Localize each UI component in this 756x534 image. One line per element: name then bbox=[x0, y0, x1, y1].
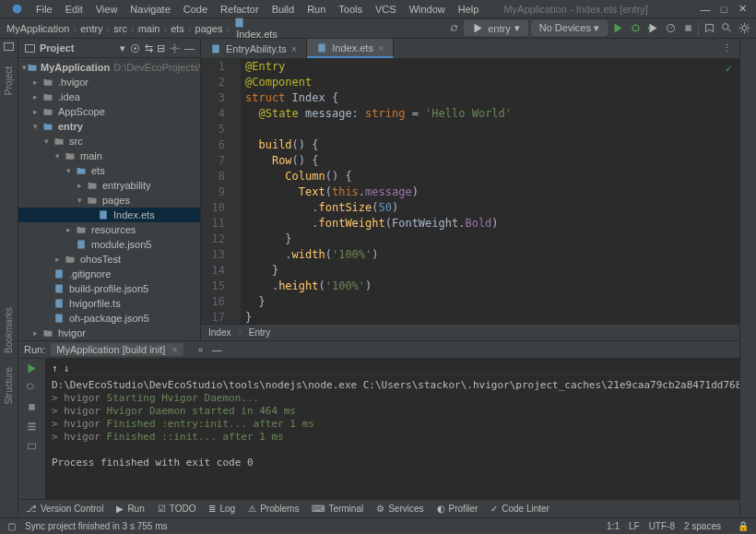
menu-help[interactable]: Help bbox=[452, 2, 486, 17]
editor-breadcrumbs[interactable]: Index›Entry bbox=[201, 324, 739, 340]
search-icon[interactable] bbox=[719, 21, 734, 36]
tree-row[interactable]: ▾MyApplicationD:\DevEcoProjects\MyApplic… bbox=[18, 60, 200, 75]
tree-row[interactable]: ▸AppScope bbox=[18, 104, 200, 119]
breadcrumb[interactable]: ets bbox=[169, 23, 186, 34]
coverage-icon[interactable] bbox=[645, 21, 660, 36]
menu-build[interactable]: Build bbox=[266, 2, 301, 17]
tree-row[interactable]: oh-package.json5 bbox=[18, 311, 200, 326]
collapse-icon[interactable]: ⊟ bbox=[157, 42, 165, 54]
run-stop-icon[interactable] bbox=[26, 401, 38, 413]
hide-icon[interactable]: — bbox=[184, 42, 195, 53]
project-tool-icon[interactable] bbox=[3, 41, 15, 53]
run-config-selector[interactable]: entry ▾ bbox=[464, 20, 527, 36]
profile-icon[interactable] bbox=[663, 21, 678, 36]
tree-row[interactable]: ▸hvigor bbox=[18, 326, 200, 340]
code-lines[interactable]: @Entry@Componentstruct Index { @State me… bbox=[242, 59, 739, 324]
project-tool-label[interactable]: Project bbox=[4, 66, 14, 95]
tree-row[interactable]: ▸entryability bbox=[18, 178, 200, 193]
stop-icon[interactable] bbox=[680, 21, 695, 36]
bookmarks-tool-label[interactable]: Bookmarks bbox=[4, 307, 14, 353]
menu-run[interactable]: Run bbox=[301, 2, 332, 17]
tab-more-icon[interactable]: ⋮ bbox=[715, 42, 739, 54]
editor-breadcrumb[interactable]: Entry bbox=[249, 327, 270, 338]
locate-icon[interactable] bbox=[129, 42, 141, 54]
status-item[interactable]: 1:1 bbox=[607, 521, 620, 531]
bottom-tab-profiler[interactable]: ◐Profiler bbox=[437, 504, 478, 514]
tree-row[interactable]: ▸.hvigor bbox=[18, 75, 200, 89]
breadcrumb[interactable]: entry bbox=[78, 23, 104, 34]
project-tree[interactable]: ▾MyApplicationD:\DevEcoProjects\MyApplic… bbox=[18, 58, 200, 340]
menu-navigate[interactable]: Navigate bbox=[124, 2, 176, 17]
editor-breadcrumb[interactable]: Index bbox=[208, 327, 230, 338]
run-icon[interactable] bbox=[610, 21, 625, 36]
fold-column[interactable] bbox=[232, 59, 242, 324]
close-button[interactable]: ✕ bbox=[733, 3, 751, 15]
run-up-icon[interactable]: ↑ bbox=[52, 362, 58, 374]
editor-tab[interactable]: EntryAbility.ts× bbox=[201, 39, 307, 58]
bottom-tab-version-control[interactable]: ⎇Version Control bbox=[26, 504, 103, 514]
menu-code[interactable]: Code bbox=[177, 2, 214, 17]
run-tab[interactable]: MyApplication [build init] × bbox=[51, 343, 183, 356]
menu-window[interactable]: Window bbox=[403, 2, 452, 17]
menu-view[interactable]: View bbox=[89, 2, 124, 17]
menu-refactor[interactable]: Refactor bbox=[214, 2, 266, 17]
tree-row[interactable]: ▸.idea bbox=[18, 89, 200, 104]
debug-icon[interactable] bbox=[628, 21, 643, 36]
bottom-tab-code-linter[interactable]: ✓Code Linter bbox=[490, 504, 549, 514]
status-item[interactable]: LF bbox=[629, 521, 640, 531]
maximize-button[interactable]: □ bbox=[715, 4, 733, 15]
code-area[interactable]: ✓ 1234567891011121314151617 @Entry@Compo… bbox=[201, 59, 739, 324]
run-settings-icon[interactable] bbox=[26, 382, 38, 394]
run-output[interactable]: ↑ ↓ D:\DevEcoStudio\DevEcoStudio\tools\n… bbox=[46, 359, 739, 499]
tree-row[interactable]: ▾ets bbox=[18, 163, 200, 178]
tree-row[interactable]: hvigorfile.ts bbox=[18, 296, 200, 311]
bottom-tab-todo[interactable]: ☑TODO bbox=[158, 504, 196, 514]
run-gear-icon[interactable] bbox=[195, 344, 207, 356]
run-print-icon[interactable] bbox=[26, 440, 38, 452]
expand-icon[interactable]: ⇆ bbox=[145, 42, 153, 54]
menu-file[interactable]: File bbox=[30, 2, 59, 17]
tree-row[interactable]: ▾pages bbox=[18, 193, 200, 208]
run-hide-icon[interactable]: — bbox=[212, 344, 222, 355]
status-item[interactable]: UTF-8 bbox=[649, 521, 675, 531]
breadcrumb[interactable]: Index.ets bbox=[231, 17, 279, 40]
bottom-tab-log[interactable]: ≣Log bbox=[208, 504, 235, 514]
breadcrumb[interactable]: pages bbox=[194, 23, 225, 34]
minimize-button[interactable]: — bbox=[696, 4, 715, 15]
tree-row[interactable]: .gitignore bbox=[18, 267, 200, 281]
close-tab-icon[interactable]: × bbox=[291, 43, 297, 54]
tree-row[interactable]: module.json5 bbox=[18, 237, 200, 252]
tree-row[interactable]: ▾main bbox=[18, 148, 200, 163]
tree-row[interactable]: ▾entry bbox=[18, 119, 200, 134]
menu-tools[interactable]: Tools bbox=[332, 2, 369, 17]
bottom-tab-services[interactable]: ⚙Services bbox=[376, 504, 423, 514]
menu-vcs[interactable]: VCS bbox=[369, 2, 403, 17]
tree-row[interactable]: build-profile.json5 bbox=[18, 281, 200, 296]
status-square-icon[interactable]: ▢ bbox=[7, 521, 16, 531]
lock-icon[interactable]: 🔒 bbox=[738, 521, 749, 531]
breadcrumb[interactable]: MyApplication bbox=[5, 23, 71, 34]
tree-row[interactable]: Index.ets bbox=[18, 208, 200, 222]
editor-tab[interactable]: Index.ets× bbox=[307, 39, 394, 58]
settings-icon[interactable] bbox=[737, 21, 751, 36]
tree-row[interactable]: ▸ohosTest bbox=[18, 252, 200, 267]
breadcrumb[interactable]: src bbox=[112, 23, 129, 34]
structure-tool-label[interactable]: Structure bbox=[4, 367, 14, 405]
run-filter-icon[interactable] bbox=[26, 421, 38, 433]
bottom-tab-terminal[interactable]: ⌨Terminal bbox=[312, 504, 363, 514]
sync-icon[interactable] bbox=[446, 21, 461, 36]
menu-edit[interactable]: Edit bbox=[59, 2, 89, 17]
tree-row[interactable]: ▾src bbox=[18, 134, 200, 148]
run-rerun-icon[interactable] bbox=[26, 362, 38, 374]
close-tab-icon[interactable]: × bbox=[378, 42, 384, 53]
status-item[interactable]: 2 spaces bbox=[684, 521, 721, 531]
vcs-icon[interactable] bbox=[702, 21, 716, 36]
tree-row[interactable]: ▸resources bbox=[18, 222, 200, 237]
gear-icon[interactable] bbox=[169, 42, 181, 54]
run-down-icon[interactable]: ↓ bbox=[64, 362, 70, 374]
project-view-icon[interactable] bbox=[24, 42, 36, 54]
breadcrumb[interactable]: main bbox=[136, 23, 162, 34]
bottom-tab-problems[interactable]: ⚠Problems bbox=[248, 504, 299, 514]
device-selector[interactable]: No Devices ▾ bbox=[531, 20, 608, 36]
bottom-tab-run[interactable]: ▶Run bbox=[116, 504, 144, 514]
